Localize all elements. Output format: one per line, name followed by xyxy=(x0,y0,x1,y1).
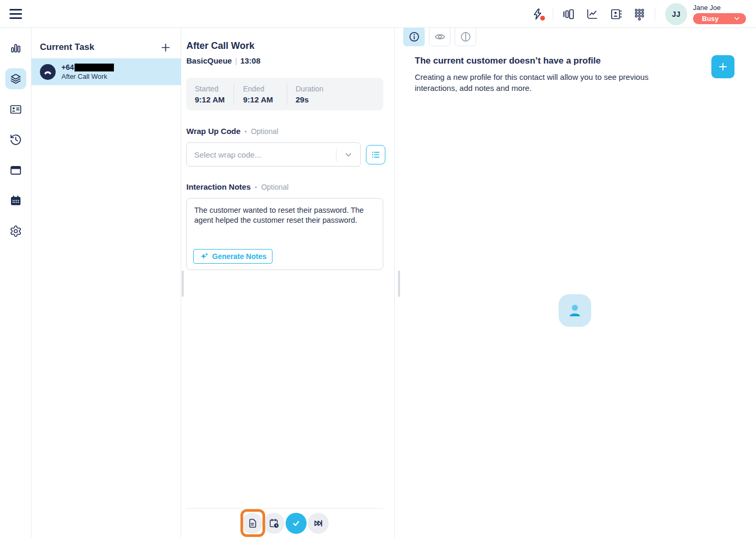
history-icon xyxy=(9,133,22,146)
panel-layout-icon xyxy=(562,8,575,20)
topbar: JJ Jane Joe Busy xyxy=(0,0,756,28)
split-circle-icon xyxy=(460,31,471,43)
stat-label: Ended xyxy=(243,85,287,93)
skip-button[interactable] xyxy=(308,513,329,534)
wrap-up-select-row: Select wrap code... xyxy=(186,142,385,167)
no-profile-heading: The current customer doesn’t have a prof… xyxy=(415,56,601,66)
calendar-icon xyxy=(9,194,22,207)
flash-notifications-button[interactable] xyxy=(528,4,548,24)
file-text-icon xyxy=(247,518,257,529)
create-profile-button[interactable] xyxy=(711,55,734,78)
user-avatar[interactable]: JJ xyxy=(665,3,687,25)
notification-dot xyxy=(540,16,545,20)
task-panel-header: Current Task xyxy=(40,40,172,54)
panel-resize-handle[interactable] xyxy=(398,271,400,297)
call-stats-box: Started 9:12 AM Ended 9:12 AM Duration 2… xyxy=(186,78,383,110)
info-icon xyxy=(408,31,420,43)
notes-label: Interaction Notes xyxy=(186,182,251,191)
topbar-divider xyxy=(553,7,553,21)
rail-item-tasks[interactable] xyxy=(5,68,26,89)
generate-notes-label: Generate Notes xyxy=(212,252,266,261)
status-dropdown[interactable]: Busy xyxy=(693,13,746,24)
profile-avatar-placeholder xyxy=(559,294,591,327)
tab-info[interactable] xyxy=(403,27,425,46)
generate-notes-button[interactable]: Generate Notes xyxy=(193,249,272,264)
bar-chart-icon xyxy=(9,42,22,55)
task-list-item[interactable]: +64 After Call Work xyxy=(32,58,181,85)
wrap-up-label-row: Wrap Up Code • Optional xyxy=(186,127,278,136)
task-texts: +64 After Call Work xyxy=(61,63,114,80)
wrap-code-placeholder: Select wrap code... xyxy=(187,150,261,159)
acw-timer: 13:08 xyxy=(240,56,260,65)
line-chart-icon xyxy=(586,8,598,20)
stat-value: 9:12 AM xyxy=(195,95,234,104)
acw-title: After Call Work xyxy=(186,40,255,51)
status-label: Busy xyxy=(702,15,719,23)
footer-divider xyxy=(186,508,383,509)
wrap-code-select[interactable]: Select wrap code... xyxy=(186,142,361,167)
rail-item-apps[interactable] xyxy=(5,160,26,181)
stat-value: 9:12 AM xyxy=(243,95,287,104)
rail-item-settings[interactable] xyxy=(5,221,26,242)
eye-icon xyxy=(434,31,446,43)
plus-icon xyxy=(160,42,172,54)
wrap-up-label: Wrap Up Code xyxy=(186,127,240,136)
panel-resize-handle[interactable] xyxy=(182,271,184,297)
schedule-callback-button[interactable] xyxy=(264,513,285,534)
interaction-notes-input[interactable]: The customer wanted to reset their passw… xyxy=(186,198,383,270)
profile-tabs xyxy=(403,27,476,46)
no-profile-description: Creating a new profile for this contact … xyxy=(415,71,663,94)
add-task-button[interactable] xyxy=(159,40,172,54)
window-icon xyxy=(9,164,22,177)
task-panel-title: Current Task xyxy=(40,42,94,53)
acw-detail-panel: After Call Work BasicQueue|13:08 Started… xyxy=(181,28,395,538)
rail-item-calendar[interactable] xyxy=(5,190,26,211)
layers-icon xyxy=(9,73,22,85)
rail-item-history[interactable] xyxy=(5,129,26,150)
notes-label-row: Interaction Notes • Optional xyxy=(186,182,289,191)
notes-text: The customer wanted to reset their passw… xyxy=(187,199,383,225)
directory-button[interactable] xyxy=(606,4,626,24)
stat-value: 29s xyxy=(296,95,323,104)
rail-item-contacts[interactable] xyxy=(5,99,26,120)
complete-task-button[interactable] xyxy=(286,513,307,534)
panel-layout-button[interactable] xyxy=(559,4,579,24)
tab-compare[interactable] xyxy=(455,27,476,46)
chevron-down-icon xyxy=(734,17,740,20)
acw-action-row xyxy=(242,513,329,534)
agent-workspace: JJ Jane Joe Busy xyxy=(0,0,756,538)
dialpad-icon xyxy=(633,8,646,20)
bullet-separator: • xyxy=(255,184,257,190)
plus-icon xyxy=(717,61,729,73)
task-stage-label: After Call Work xyxy=(61,73,114,80)
select-divider xyxy=(336,149,337,161)
tab-preview[interactable] xyxy=(429,27,450,46)
redaction-bar xyxy=(75,64,114,71)
topbar-actions: JJ Jane Joe Busy xyxy=(528,0,746,28)
performance-chart-button[interactable] xyxy=(582,4,602,24)
user-block: Jane Joe Busy xyxy=(693,4,746,24)
rail-item-metrics[interactable] xyxy=(5,38,26,59)
skip-end-icon xyxy=(313,518,323,529)
calendar-clock-icon xyxy=(269,518,279,529)
stat-ended: Ended 9:12 AM xyxy=(234,85,287,104)
dialpad-button[interactable] xyxy=(629,4,649,24)
notes-document-button[interactable] xyxy=(242,513,262,534)
queue-name: BasicQueue xyxy=(186,56,232,65)
stat-label: Duration xyxy=(296,85,323,93)
hamburger-menu-button[interactable] xyxy=(9,8,22,20)
chevron-down-icon xyxy=(345,153,352,157)
address-book-icon xyxy=(610,8,622,20)
stat-started: Started 9:12 AM xyxy=(186,85,234,104)
queue-separator: | xyxy=(232,56,240,65)
left-rail xyxy=(0,28,32,538)
topbar-divider xyxy=(655,7,655,21)
wrap-code-list-button[interactable] xyxy=(366,145,385,164)
gear-icon xyxy=(9,225,22,237)
check-icon xyxy=(291,518,301,529)
bullet-separator: • xyxy=(245,128,247,134)
stat-duration: Duration 29s xyxy=(287,85,323,104)
phone-icon xyxy=(40,64,56,80)
list-icon xyxy=(371,150,381,160)
user-name: Jane Joe xyxy=(693,4,746,12)
